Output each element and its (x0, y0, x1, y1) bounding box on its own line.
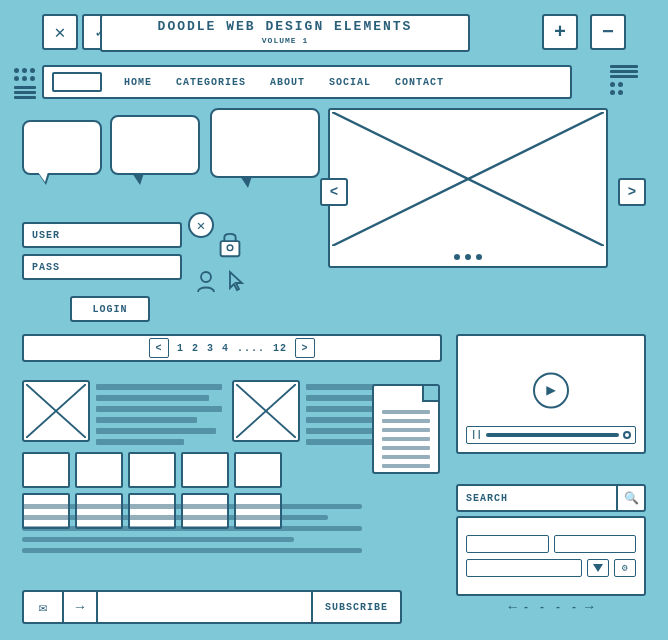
nav-item-contact[interactable]: CONTACT (383, 77, 456, 88)
user-icon (196, 270, 216, 294)
gear-icon: ⚙ (622, 562, 628, 574)
small-square (234, 452, 282, 488)
resize-arrows: ← - - - - → (456, 590, 646, 624)
content-lines-1 (96, 380, 222, 445)
user-icon-area (196, 270, 246, 294)
form-inner: ⚙ (458, 527, 644, 585)
pagination-prev[interactable]: < (149, 338, 169, 358)
doc-fold (422, 386, 438, 402)
title-bar: DOODLE WEB DESIGN ELEMENTS VOLUME 1 (100, 14, 470, 52)
page-2[interactable]: 2 (192, 343, 199, 354)
page-ellipsis: .... (237, 343, 265, 354)
horizontal-lines (22, 504, 362, 553)
nav-item-social[interactable]: SOCIAL (317, 77, 383, 88)
arrow-right-icon: → (76, 599, 84, 615)
video-controls: || (466, 426, 636, 444)
arrow-right-icon: → (585, 599, 593, 615)
nav-logo (52, 72, 102, 92)
form-row-1 (466, 535, 636, 553)
form-row-2: ⚙ (466, 559, 636, 577)
subscribe-bar: ✉ → SUBSCRIBE (22, 590, 402, 624)
chevron-left-icon: < (330, 184, 338, 200)
pagination-bar: < 1 2 3 4 .... 12 > (22, 334, 442, 362)
page-last[interactable]: 12 (273, 343, 287, 354)
login-button[interactable]: LOGIN (70, 296, 150, 322)
pagination-next[interactable]: > (295, 338, 315, 358)
form-dropdown[interactable] (587, 559, 609, 577)
play-icon: ▶ (546, 380, 556, 400)
svg-rect-2 (221, 241, 240, 256)
title-sub: VOLUME 1 (158, 36, 413, 46)
form-field-1[interactable] (466, 535, 549, 553)
form-field-2[interactable] (554, 535, 637, 553)
nav-dots-left (14, 68, 36, 99)
chat-bubble-3 (210, 108, 320, 178)
login-label: LOGIN (92, 304, 127, 315)
lock-svg (216, 228, 244, 260)
nav-item-home[interactable]: HOME (112, 77, 164, 88)
thumbnail-2 (232, 380, 300, 442)
video-pause-icon[interactable]: || (471, 430, 482, 440)
nav-item-categories[interactable]: CATEGORIES (164, 77, 258, 88)
subscribe-button[interactable]: SUBSCRIBE (311, 592, 400, 622)
form-close-button[interactable]: ✕ (188, 212, 214, 238)
arrow-dashes: - - - - (523, 602, 579, 613)
doc-lines (382, 410, 430, 468)
email-icon: ✉ (24, 592, 64, 622)
play-button[interactable]: ▶ (533, 372, 569, 408)
video-progress-bar[interactable] (486, 433, 619, 437)
thumbnail-image-1 (26, 384, 86, 438)
close-button[interactable]: ✕ (42, 14, 78, 50)
video-player: ▶ || (456, 334, 646, 454)
nav-icons-right (610, 65, 638, 95)
lock-icon (216, 228, 244, 265)
page-3[interactable]: 3 (207, 343, 214, 354)
nav-item-about[interactable]: ABOUT (258, 77, 317, 88)
form-setting[interactable]: ⚙ (614, 559, 636, 577)
form-field-3[interactable] (466, 559, 582, 577)
search-label: SEARCH (466, 493, 616, 504)
carousel-dots (454, 254, 482, 260)
image-carousel (328, 108, 608, 268)
search-button[interactable]: 🔍 (616, 486, 644, 510)
squares-row-1 (22, 452, 282, 488)
form-elements-box: ⚙ (456, 516, 646, 596)
carousel-prev-button[interactable]: < (320, 178, 348, 206)
small-square (22, 452, 70, 488)
subscribe-label: SUBSCRIBE (325, 602, 388, 613)
forward-icon: → (64, 592, 98, 622)
thumbnail-image-2 (236, 384, 296, 438)
triangle-icon (593, 564, 603, 572)
small-square (128, 452, 176, 488)
chat-bubble-1 (22, 120, 102, 175)
plus-icon: + (554, 21, 566, 44)
svg-marker-9 (593, 564, 603, 572)
carousel-image (332, 112, 604, 246)
close-icon: ✕ (55, 21, 66, 43)
content-card-1 (22, 380, 222, 445)
x-icon: ✕ (197, 217, 205, 234)
cursor-icon (226, 270, 246, 294)
video-scrubber[interactable] (623, 431, 631, 439)
search-bar: SEARCH 🔍 (456, 484, 646, 512)
username-label: USER (32, 230, 60, 241)
minus-button[interactable]: − (590, 14, 626, 50)
carousel-next-button[interactable]: > (618, 178, 646, 206)
username-input[interactable]: USER (22, 222, 182, 248)
password-input[interactable]: PASS (22, 254, 182, 280)
navigation-bar: HOME CATEGORIES ABOUT SOCIAL CONTACT (42, 65, 572, 99)
small-square (181, 452, 229, 488)
chevron-right-icon: > (628, 184, 636, 200)
content-row (22, 380, 432, 445)
thumbnail-1 (22, 380, 90, 442)
page-4[interactable]: 4 (222, 343, 229, 354)
title-main: DOODLE WEB DESIGN ELEMENTS (158, 19, 413, 36)
envelope-icon: ✉ (39, 599, 47, 616)
page-1[interactable]: 1 (177, 343, 184, 354)
search-icon: 🔍 (624, 491, 639, 506)
arrow-left-icon: ← (509, 599, 517, 615)
plus-button[interactable]: + (542, 14, 578, 50)
password-label: PASS (32, 262, 60, 273)
document-icon (372, 384, 440, 474)
canvas: ✕ ✓ DOODLE WEB DESIGN ELEMENTS VOLUME 1 … (0, 0, 668, 640)
